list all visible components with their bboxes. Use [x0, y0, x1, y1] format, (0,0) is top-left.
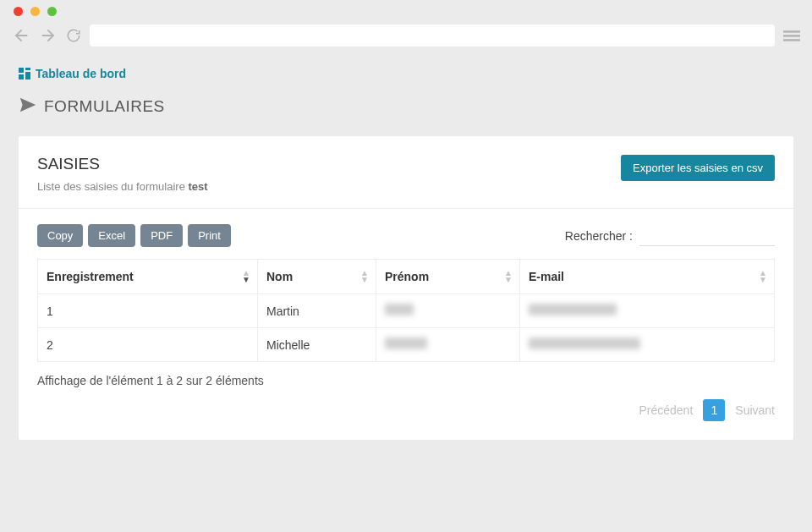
cell-nom: Martin — [258, 294, 376, 328]
col-enregistrement[interactable]: Enregistrement ▲▼ — [38, 260, 258, 294]
maximize-window-button[interactable] — [47, 7, 57, 16]
table-info: Affichage de l'élément 1 à 2 sur 2 éléme… — [37, 374, 775, 387]
breadcrumb-label: Tableau de bord — [36, 67, 126, 80]
card-subtitle: Liste des saisies du formulaire test — [37, 180, 208, 193]
cell-email — [520, 294, 775, 328]
minimize-window-button[interactable] — [30, 7, 40, 16]
cell-email — [520, 328, 775, 362]
cell-enregistrement: 1 — [38, 294, 258, 328]
card-title: SAISIES — [37, 155, 208, 173]
back-button[interactable] — [12, 26, 30, 45]
card-body: Copy Excel PDF Print Rechercher : — [19, 209, 793, 440]
toolbar-row: Copy Excel PDF Print Rechercher : — [37, 224, 775, 247]
data-table: Enregistrement ▲▼ Nom ▲▼ Prénom ▲▼ — [37, 259, 775, 362]
print-button[interactable]: Print — [188, 224, 231, 247]
dashboard-icon — [19, 68, 30, 80]
table-row: 2Michelle — [38, 328, 775, 362]
breadcrumb[interactable]: Tableau de bord — [19, 67, 793, 80]
table-row: 1Martin — [38, 294, 775, 328]
url-bar[interactable] — [90, 25, 775, 47]
page-title-row: FORMULAIRES — [19, 96, 793, 118]
svg-rect-4 — [25, 68, 30, 70]
page: Tableau de bord FORMULAIRES SAISIES List… — [0, 55, 812, 474]
pdf-button[interactable]: PDF — [140, 224, 183, 247]
forward-button[interactable] — [39, 26, 58, 45]
sort-icon: ▲▼ — [504, 270, 513, 283]
cell-nom: Michelle — [258, 328, 376, 362]
svg-rect-3 — [19, 68, 24, 73]
pagination-page-1[interactable]: 1 — [703, 399, 725, 421]
sort-icon: ▲▼ — [242, 270, 250, 283]
pagination-prev[interactable]: Précédent — [639, 403, 693, 417]
svg-rect-5 — [25, 72, 30, 80]
pagination: Précédent 1 Suivant — [37, 399, 775, 421]
col-email[interactable]: E-mail ▲▼ — [520, 260, 775, 294]
browser-chrome — [0, 0, 812, 55]
sort-icon: ▲▼ — [360, 270, 369, 283]
close-window-button[interactable] — [14, 7, 23, 16]
svg-rect-0 — [783, 30, 800, 33]
cell-enregistrement: 2 — [38, 328, 258, 362]
page-title: FORMULAIRES — [44, 97, 165, 116]
search-input[interactable] — [639, 225, 775, 246]
svg-rect-1 — [783, 35, 800, 37]
svg-rect-2 — [783, 39, 800, 41]
svg-rect-6 — [19, 74, 24, 80]
search-wrap: Rechercher : — [565, 225, 775, 246]
excel-button[interactable]: Excel — [88, 224, 135, 247]
pagination-next[interactable]: Suivant — [735, 403, 775, 417]
send-icon — [19, 96, 37, 118]
browser-nav-row — [12, 25, 800, 47]
window-controls — [12, 7, 800, 16]
cell-prenom — [376, 294, 520, 328]
card: SAISIES Liste des saisies du formulaire … — [19, 136, 793, 440]
content-scroll[interactable]: Tableau de bord FORMULAIRES SAISIES List… — [0, 55, 812, 532]
col-nom[interactable]: Nom ▲▼ — [258, 260, 376, 294]
copy-button[interactable]: Copy — [37, 224, 83, 247]
card-header: SAISIES Liste des saisies du formulaire … — [19, 136, 793, 208]
cell-prenom — [376, 328, 520, 362]
search-label: Rechercher : — [565, 229, 633, 243]
export-button-group: Copy Excel PDF Print — [37, 224, 231, 247]
export-csv-button[interactable]: Exporter les saisies en csv — [621, 155, 775, 181]
col-prenom[interactable]: Prénom ▲▼ — [376, 260, 520, 294]
sort-icon: ▲▼ — [759, 270, 767, 283]
table-header-row: Enregistrement ▲▼ Nom ▲▼ Prénom ▲▼ — [38, 260, 775, 294]
hamburger-menu-icon[interactable] — [783, 27, 800, 44]
reload-button[interactable] — [66, 28, 81, 43]
